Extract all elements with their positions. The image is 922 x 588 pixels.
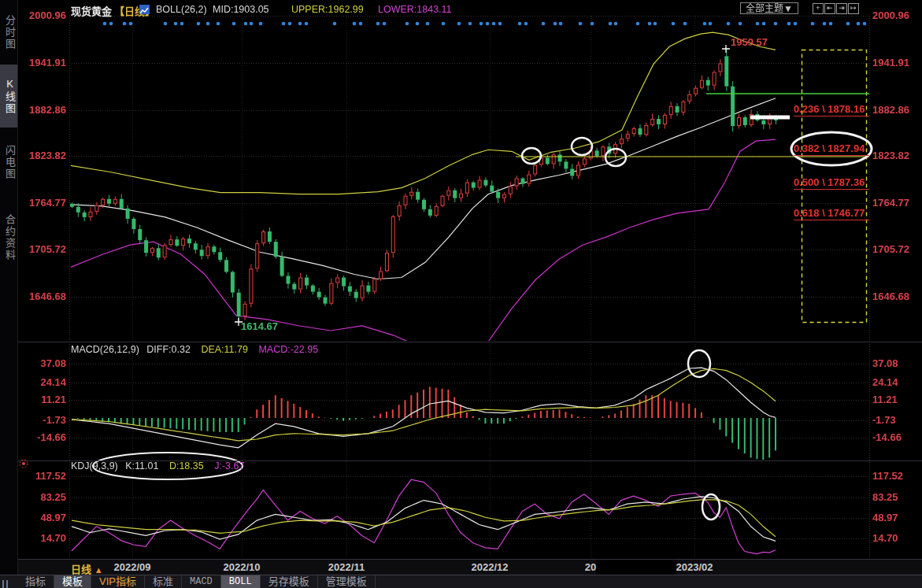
fib-level-label[interactable]: 0.618 \ 1746.77 xyxy=(794,207,869,220)
tab-标准[interactable]: 标准 xyxy=(145,575,182,588)
peak-price-label: 1959.57 xyxy=(731,36,768,48)
pop-out-icon[interactable]: ↦ xyxy=(848,3,859,14)
price-axis-label-left: 1941.91 xyxy=(19,57,66,68)
time-axis: 日线 ▲ 2022/092022/102022/112022/12202023/… xyxy=(0,559,922,575)
kdj-title: KDJ(9,3,9) xyxy=(71,460,118,472)
kdj-axis-label-left: 83.25 xyxy=(19,491,66,503)
tab-另存模板[interactable]: 另存模板 xyxy=(261,575,318,588)
trading-app: 现货黄金 【日线】 BOLL(26,2) MID:1903.05 UPPER:1… xyxy=(0,0,922,588)
price-axis-label-right: 1882.86 xyxy=(872,104,909,116)
macd-axis-label-right: 37.08 xyxy=(872,357,898,369)
macd-axis-label-right: 24.14 xyxy=(872,376,898,388)
fib-level-label[interactable]: 0.236 \ 1878.16 xyxy=(794,103,869,116)
fib-level-label[interactable]: 0.382 \ 1827.94 xyxy=(794,142,869,156)
chart-type-icon xyxy=(137,3,152,17)
macd-axis-label-left: 11.21 xyxy=(19,394,66,405)
kdj-axis-label-left: 48.97 xyxy=(19,512,66,523)
symbol-title: 现货黄金 xyxy=(71,3,112,18)
compress-x-icon[interactable]: ⇤ xyxy=(824,3,835,14)
kdj-axis-label-left: 117.52 xyxy=(19,470,66,482)
macd-axis-label-left: 37.08 xyxy=(19,357,66,369)
sidebar: 分时图K线图闪电图合约资料 xyxy=(0,0,18,575)
expand-x-icon[interactable]: ⇥ xyxy=(836,3,847,14)
tab-MACD[interactable]: MACD xyxy=(182,575,221,588)
chart-canvas[interactable] xyxy=(0,0,922,588)
kdj-j-value: J:-3.67 xyxy=(214,460,244,472)
tab-VIP指标[interactable]: VIP指标 xyxy=(91,575,145,588)
price-axis-label-right: 1646.68 xyxy=(872,290,909,302)
price-axis-label-left: 1705.72 xyxy=(19,243,66,255)
kdj-k-value: K:11.01 xyxy=(125,460,158,472)
sidebar-item-闪电图[interactable]: 闪电图 xyxy=(0,132,17,192)
date-label: 20 xyxy=(585,561,596,573)
kdj-axis-label-right: 14.70 xyxy=(872,532,898,544)
period-label: 日线 xyxy=(71,564,91,575)
sidebar-item-分时图[interactable]: 分时图 xyxy=(0,5,17,60)
price-axis-label-right: 1705.72 xyxy=(872,243,909,255)
date-label: 2022/10 xyxy=(224,561,261,573)
macd-axis-label-right: 11.21 xyxy=(872,394,898,405)
kdj-axis-label-right: 48.97 xyxy=(872,512,898,523)
tab-模板[interactable]: 模板 xyxy=(54,575,91,588)
macd-dea-value: DEA:11.79 xyxy=(201,344,248,355)
price-axis-label-left: 1823.82 xyxy=(19,150,66,161)
price-axis-label-right: 1823.82 xyxy=(872,150,909,161)
price-axis-label-left: 1764.77 xyxy=(19,197,66,209)
panel-divider xyxy=(0,342,922,342)
macd-header[interactable]: MACD(26,12,9) DIFF:0.32 DEA:11.79 MACD:-… xyxy=(71,344,318,355)
date-label: 2022/12 xyxy=(472,561,509,573)
macd-axis-label-left: -1.73 xyxy=(19,414,66,426)
macd-axis-label-right: -14.66 xyxy=(872,431,902,443)
macd-value: MACD:-22.95 xyxy=(258,344,318,355)
boll-settings-label[interactable]: BOLL(26,2) xyxy=(156,4,207,15)
macd-diff-value: DIFF:0.32 xyxy=(146,344,191,355)
kdj-d-value: D:18.35 xyxy=(169,460,204,472)
macd-axis-label-left: -14.66 xyxy=(19,431,66,443)
price-axis-label-left: 1882.86 xyxy=(19,104,66,116)
kdj-header[interactable]: KDJ(9,3,9) K:11.01 D:18.35 J:-3.67 xyxy=(71,460,244,472)
pan-icon[interactable]: + xyxy=(813,3,824,14)
boll-upper-value: UPPER:1962.99 xyxy=(291,4,364,15)
date-label: 2022/09 xyxy=(114,561,151,573)
bottom-toolbar: 指标模板VIP指标标准MACDBOLL另存模板管理模板 xyxy=(0,575,922,588)
theme-selector-button[interactable]: 全部主题▼ xyxy=(740,2,798,14)
boll-mid-value: MID:1903.05 xyxy=(213,4,269,15)
tab-管理模板[interactable]: 管理模板 xyxy=(318,575,376,588)
date-label: 2023/02 xyxy=(676,561,713,573)
macd-title: MACD(26,12,9) xyxy=(71,344,139,355)
fib-level-label[interactable]: 0.500 \ 1787.36 xyxy=(794,176,869,190)
period-arrow-icon: ▲ xyxy=(94,565,103,575)
low-price-label: 1614.67 xyxy=(241,320,278,332)
tab-指标[interactable]: 指标 xyxy=(17,575,54,588)
price-axis-label-left: 1646.68 xyxy=(19,290,66,302)
date-label: 2022/11 xyxy=(328,561,365,573)
price-axis-label-right: 1764.77 xyxy=(872,197,909,209)
kdj-axis-label-right: 83.25 xyxy=(872,491,898,503)
boll-lower-value: LOWER:1843.11 xyxy=(378,4,452,15)
kdj-axis-label-left: 14.70 xyxy=(19,532,66,544)
macd-axis-label-right: -1.73 xyxy=(872,414,896,426)
panel-resize-handle-icon[interactable] xyxy=(2,577,10,588)
sidebar-item-K线图[interactable]: K线图 xyxy=(0,65,17,128)
kdj-axis-label-right: 117.52 xyxy=(872,470,903,482)
macd-axis-label-left: 24.14 xyxy=(19,376,66,388)
tab-BOLL[interactable]: BOLL xyxy=(221,575,261,588)
price-axis-label-right: 1941.91 xyxy=(872,57,909,68)
redaction-box xyxy=(596,560,676,575)
sidebar-item-合约资料[interactable]: 合约资料 xyxy=(0,198,17,277)
